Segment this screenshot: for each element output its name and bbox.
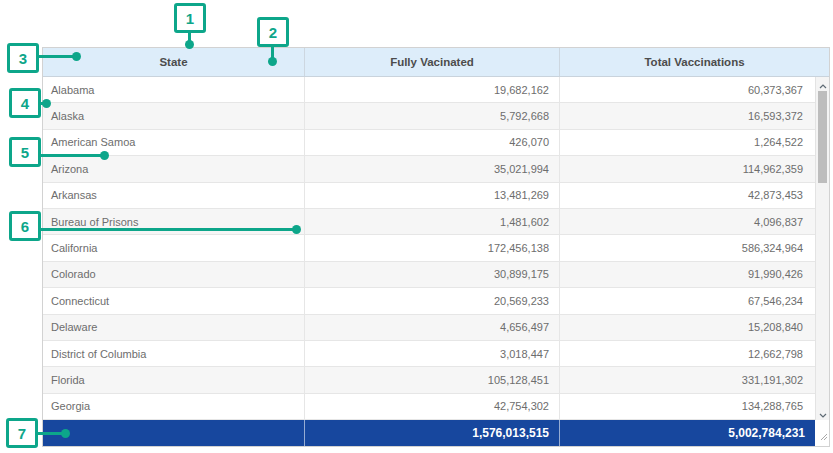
table-row[interactable]: Arkansas13,481,26942,873,453: [43, 183, 829, 209]
callout-7-stem: [37, 432, 64, 435]
callout-7-dot: [61, 429, 70, 438]
resize-grip-icon: [819, 427, 828, 445]
fully-vaccinated-cell: 1,481,602: [305, 209, 560, 234]
state-cell: Alaska: [43, 103, 305, 128]
table-row[interactable]: Connecticut20,569,23367,546,234: [43, 288, 829, 314]
total-vaccinations-cell: 12,662,798: [560, 341, 829, 366]
callout-6: 6: [9, 211, 41, 241]
column-header-total-vaccinations[interactable]: Total Vaccinations: [560, 48, 829, 76]
total-vaccinations-cell: 15,208,840: [560, 315, 829, 340]
state-cell: Connecticut: [43, 288, 305, 313]
total-vaccinations-cell: 91,990,426: [560, 262, 829, 287]
callout-3-dot: [72, 52, 81, 61]
table-row[interactable]: District of Columbia3,018,44712,662,798: [43, 341, 829, 367]
summary-fully-vaccinated: 1,576,013,515: [305, 420, 560, 446]
fully-vaccinated-cell: 5,792,668: [305, 103, 560, 128]
table-row[interactable]: California172,456,138586,324,964: [43, 235, 829, 261]
total-vaccinations-cell: 67,546,234: [560, 288, 829, 313]
summary-total-vaccinations: 5,002,784,231: [560, 420, 815, 446]
table-row[interactable]: Georgia42,754,302134,288,765: [43, 394, 829, 420]
callout-5-dot: [100, 151, 109, 160]
table-row[interactable]: Florida105,128,451331,191,302: [43, 367, 829, 393]
callout-1: 1: [174, 3, 206, 33]
callout-6-dot: [292, 225, 301, 234]
callout-6-stem: [40, 228, 294, 231]
total-vaccinations-cell: 114,962,359: [560, 156, 829, 181]
state-cell: Georgia: [43, 394, 305, 419]
table-row[interactable]: Alaska5,792,66816,593,372: [43, 103, 829, 129]
table-row[interactable]: Colorado30,899,17591,990,426: [43, 262, 829, 288]
callout-5: 5: [9, 137, 41, 167]
column-header-fully-vaccinated[interactable]: Fully Vacinated: [305, 48, 560, 76]
fully-vaccinated-cell: 19,682,162: [305, 77, 560, 102]
table-row[interactable]: American Samoa426,0701,264,522: [43, 130, 829, 156]
total-vaccinations-cell: 16,593,372: [560, 103, 829, 128]
callout-5-stem: [40, 154, 102, 157]
scrollbar-corner: [815, 420, 829, 446]
table-row[interactable]: Arizona35,021,994114,962,359: [43, 156, 829, 182]
fully-vaccinated-cell: 426,070: [305, 130, 560, 155]
callout-3-stem: [38, 55, 74, 58]
fully-vaccinated-cell: 3,018,447: [305, 341, 560, 366]
scroll-down-button[interactable]: [816, 407, 829, 419]
state-cell: Delaware: [43, 315, 305, 340]
table-header-row: State Fully Vacinated Total Vaccinations: [43, 48, 829, 77]
state-cell: California: [43, 235, 305, 260]
total-vaccinations-cell: 331,191,302: [560, 367, 829, 392]
state-cell: Colorado: [43, 262, 305, 287]
summary-row: 1,576,013,515 5,002,784,231: [43, 420, 829, 446]
table-row[interactable]: Delaware4,656,49715,208,840: [43, 315, 829, 341]
fully-vaccinated-cell: 20,569,233: [305, 288, 560, 313]
fully-vaccinated-cell: 4,656,497: [305, 315, 560, 340]
callout-4-dot: [42, 99, 51, 108]
fully-vaccinated-cell: 105,128,451: [305, 367, 560, 392]
table-row[interactable]: Alabama19,682,16260,373,367: [43, 77, 829, 103]
state-cell: Alabama: [43, 77, 305, 102]
summary-state-cell: [43, 420, 305, 446]
state-cell: District of Columbia: [43, 341, 305, 366]
state-cell: American Samoa: [43, 130, 305, 155]
table-row[interactable]: Bureau of Prisons1,481,6024,096,837: [43, 209, 829, 235]
callout-2-dot: [268, 57, 277, 66]
state-cell: Arkansas: [43, 183, 305, 208]
total-vaccinations-cell: 42,873,453: [560, 183, 829, 208]
total-vaccinations-cell: 60,373,367: [560, 77, 829, 102]
table-body: Alabama19,682,16260,373,367Alaska5,792,6…: [43, 77, 829, 420]
fully-vaccinated-cell: 13,481,269: [305, 183, 560, 208]
column-header-state[interactable]: State: [43, 48, 305, 76]
callout-1-dot: [185, 40, 194, 49]
state-cell: Florida: [43, 367, 305, 392]
vertical-scrollbar[interactable]: [815, 77, 829, 420]
total-vaccinations-cell: 586,324,964: [560, 235, 829, 260]
callout-7: 7: [6, 418, 38, 448]
scroll-up-button[interactable]: [816, 78, 829, 90]
callout-3: 3: [7, 43, 39, 73]
total-vaccinations-cell: 4,096,837: [560, 209, 829, 234]
callout-2: 2: [257, 17, 289, 47]
callout-4: 4: [9, 88, 41, 118]
fully-vaccinated-cell: 35,021,994: [305, 156, 560, 181]
fully-vaccinated-cell: 30,899,175: [305, 262, 560, 287]
fully-vaccinated-cell: 42,754,302: [305, 394, 560, 419]
scrollbar-thumb[interactable]: [818, 91, 827, 183]
state-cell: Arizona: [43, 156, 305, 181]
total-vaccinations-cell: 1,264,522: [560, 130, 829, 155]
chevron-down-icon: [819, 404, 827, 422]
fully-vaccinated-cell: 172,456,138: [305, 235, 560, 260]
total-vaccinations-cell: 134,288,765: [560, 394, 829, 419]
vaccinations-table: State Fully Vacinated Total Vaccinations…: [42, 47, 830, 447]
